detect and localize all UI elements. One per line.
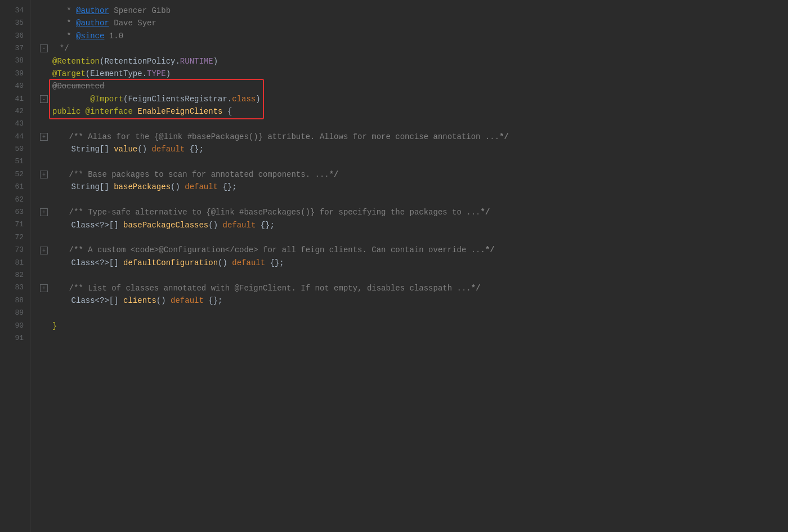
- pkg-parens: (): [208, 219, 222, 231]
- retention-paren-open: (RetentionPolicy.: [100, 55, 180, 68]
- fold-button-63[interactable]: +: [40, 208, 48, 216]
- closing-brace: }: [52, 320, 57, 332]
- code-line-51: [31, 156, 788, 168]
- fold-button-83[interactable]: +: [40, 284, 48, 292]
- code-line-39: @Target(ElementType.TYPE): [31, 68, 788, 80]
- line-num-63: 63: [0, 206, 30, 218]
- since-tag: @since: [76, 30, 104, 42]
- code-line-41: - @Import(FeignClientsRegistrar.class): [31, 93, 788, 105]
- retention-annotation: @Retention: [52, 55, 100, 68]
- code-line-37: - */: [31, 42, 788, 55]
- line-num-72: 72: [0, 231, 30, 244]
- code-line-71: Class<?>[] basePackageClasses() default …: [31, 219, 788, 231]
- class-type-default: Class<?>[]: [52, 257, 123, 269]
- default-keyword-config: default: [232, 257, 265, 269]
- fold-button-52[interactable]: +: [40, 171, 48, 178]
- code-line-82: [31, 269, 788, 281]
- line-num-88: 88: [0, 294, 30, 307]
- line-num-83: 83: [0, 282, 30, 294]
- comment-since: *: [52, 30, 76, 42]
- code-editor: 34 35 36 37 38 39 40 41 42 43 44 50 51 5…: [0, 0, 788, 532]
- pkg-default-val: {};: [256, 219, 275, 231]
- code-line-73: + /** A custom <code>@Configuration</cod…: [31, 244, 788, 256]
- line-num-90: 90: [0, 320, 30, 332]
- fold-button-73[interactable]: +: [40, 247, 48, 254]
- code-line-44: + /** Alias for the {@link #basePackages…: [31, 131, 788, 143]
- class-type-clients: Class<?>[]: [52, 294, 123, 307]
- import-annotation: @Import: [90, 95, 123, 104]
- value-parens: (): [137, 143, 151, 155]
- import-class: class: [232, 95, 256, 104]
- line-num-39: 39: [0, 68, 30, 80]
- default-config-parens: (): [218, 257, 232, 269]
- target-element-type: TYPE: [147, 68, 166, 80]
- clients-parens: (): [156, 294, 171, 307]
- line-num-89: 89: [0, 307, 30, 319]
- line-numbers: 34 35 36 37 38 39 40 41 42 43 44 50 51 5…: [0, 0, 31, 532]
- code-line-43: [31, 118, 788, 131]
- comment-base-packages: /** Base packages to scan for annotated …: [50, 168, 339, 181]
- code-content: * @author Spencer Gibb * @author Dave Sy…: [31, 0, 788, 532]
- target-paren-close: ): [166, 68, 171, 80]
- line-num-73: 73: [0, 244, 30, 256]
- value-method: value: [114, 143, 137, 155]
- fold-button-41[interactable]: -: [40, 95, 48, 103]
- import-paren-open: (FeignClientsRegistrar.: [123, 95, 232, 104]
- author-name-spencer: Spencer Gibb: [109, 5, 171, 17]
- string-type-value: String[]: [52, 143, 114, 155]
- line-num-40: 40: [0, 80, 30, 92]
- author-tag-spencer: @author: [76, 5, 109, 17]
- base-packages-method: basePackages: [114, 181, 171, 193]
- code-line-88: Class<?>[] clients() default {};: [31, 294, 788, 307]
- line-num-91: 91: [0, 332, 30, 345]
- default-keyword-clients: default: [171, 294, 204, 307]
- base-package-classes-method: basePackageClasses: [123, 219, 208, 231]
- string-type-base: String[]: [52, 181, 114, 193]
- default-config-val: {};: [265, 257, 284, 269]
- line-num-52: 52: [0, 168, 30, 181]
- fold-button-44[interactable]: +: [40, 133, 48, 141]
- code-line-50: String[] value() default {};: [31, 143, 788, 155]
- comment-configuration: /** A custom <code>@Configuration</code>…: [50, 244, 495, 256]
- retention-paren-close: ): [213, 55, 218, 68]
- line-num-37: 37: [0, 42, 30, 55]
- import-paren-close: ): [256, 95, 260, 104]
- comment-author-spencer: *: [52, 5, 76, 17]
- line-num-44: 44: [0, 131, 30, 143]
- code-line-62: [31, 194, 788, 206]
- class-type-pkg: Class<?>[]: [52, 219, 123, 231]
- line-num-61: 61: [0, 181, 30, 193]
- line-num-71: 71: [0, 219, 30, 231]
- base-parens: (): [171, 181, 185, 193]
- base-default-val: {};: [218, 181, 237, 193]
- interface-at: @interface: [86, 105, 137, 118]
- default-keyword-pkg: default: [222, 219, 256, 231]
- code-line-61: String[] basePackages() default {};: [31, 181, 788, 193]
- interface-name: EnableFeignClients: [137, 105, 227, 118]
- comment-typesafe: /** Type-safe alternative to {@link #bas…: [50, 206, 490, 218]
- line-num-51: 51: [0, 156, 30, 168]
- code-line-42: public @interface EnableFeignClients {: [31, 105, 788, 118]
- author-tag-dave: @author: [76, 17, 109, 29]
- line-num-35: 35: [0, 17, 30, 29]
- comment-clients: /** List of classes annotated with @Feig…: [50, 282, 481, 294]
- line-num-34: 34: [0, 5, 30, 17]
- open-brace: {: [227, 105, 232, 118]
- clients-default-val: {};: [204, 294, 223, 307]
- retention-policy-runtime: RUNTIME: [180, 55, 213, 68]
- fold-button-37[interactable]: -: [40, 44, 48, 52]
- code-line-36: * @since 1.0: [31, 30, 788, 42]
- comment-author-dave: *: [52, 17, 76, 29]
- code-line-91: [31, 332, 788, 345]
- author-name-dave: Dave Syer: [109, 17, 156, 29]
- line-num-50: 50: [0, 143, 30, 155]
- line-num-81: 81: [0, 257, 30, 269]
- code-line-90: }: [31, 320, 788, 332]
- code-line-89: [31, 307, 788, 319]
- code-line-83: + /** List of classes annotated with @Fe…: [31, 282, 788, 294]
- code-line-52: + /** Base packages to scan for annotate…: [31, 168, 788, 181]
- default-keyword-value: default: [151, 143, 185, 155]
- line-num-38: 38: [0, 55, 30, 68]
- code-line-34: * @author Spencer Gibb: [31, 5, 788, 17]
- clients-method: clients: [123, 294, 156, 307]
